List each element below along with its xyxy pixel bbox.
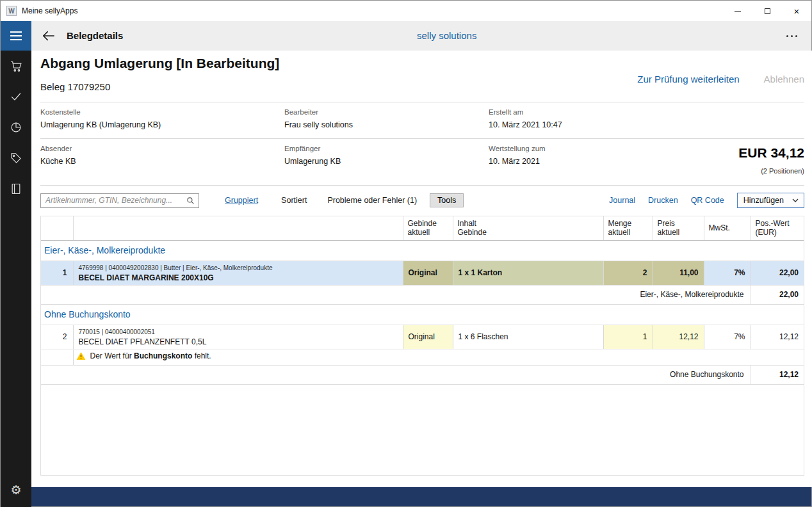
add-dropdown[interactable]: Hinzufügen [737,193,804,208]
warning-prefix: Der Wert für [90,351,134,360]
total-amount: EUR 34,12 [738,145,804,161]
warning-field: Buchungskonto [134,351,192,360]
maximize-icon [765,8,770,14]
info-row-2: Absender Küche KB Empfänger Umlagerung K… [40,145,804,166]
cell-mwst: 7% [704,325,751,349]
col-gebinde: Gebinde aktuell [403,216,453,240]
maximize-button[interactable] [752,1,782,21]
document-number: Beleg 17079250 [40,81,110,92]
article-name: BECEL DIAET MARGARINE 200X10G [79,273,398,282]
field-absender: Absender Küche KB [40,145,284,166]
subtotal-value: 22,00 [751,285,804,304]
col-pos-wert: Pos.-Wert (EUR) [751,216,804,240]
divider [40,138,804,139]
field-empfaenger: Empfänger Umlagerung KB [284,145,489,166]
cell-gebinde[interactable]: Original [403,325,453,349]
col-inhalt: Inhalt Gebinde [453,216,603,240]
settings-button[interactable]: ⚙ [1,474,31,505]
forward-for-review-button[interactable]: Zur Prüfung weiterleiten [637,74,739,84]
cart-icon [10,60,23,73]
table-row[interactable]: 1 4769998 | 04000492002830 | Butter | Ei… [41,261,804,285]
qr-code-link[interactable]: QR Code [691,196,724,205]
cell-menge[interactable]: 2 [603,261,653,285]
group-subtotal-row: Eier-, Käse-, Molkereiprodukte 22,00 [41,285,804,304]
sorted-toggle[interactable]: Sortiert [281,196,307,205]
search-input[interactable] [45,196,186,205]
book-icon [10,182,22,195]
field-value: Umlagerung KB (Umlagerung KB) [40,120,284,129]
problems-filter[interactable]: Probleme oder Fehler (1) [327,196,417,205]
cell-preis[interactable]: 12,12 [653,325,704,349]
tools-button[interactable]: Tools [430,193,464,207]
warning-message: Der Wert für Buchungskonto fehlt. [74,351,804,360]
ellipsis-icon [786,35,788,37]
grouped-toggle[interactable]: Gruppiert [225,196,258,205]
close-icon: × [794,6,800,16]
sidebar-item-reports[interactable] [1,112,31,143]
hamburger-icon [10,31,22,33]
col-article [73,216,403,240]
row-pos: 2 [41,325,73,349]
sidebar-item-approvals[interactable] [1,81,31,112]
add-label: Hinzufügen [743,196,784,205]
col-preis: Preis aktuell [653,216,704,240]
cell-mwst: 7% [704,261,751,285]
field-label: Empfänger [284,145,489,152]
cell-gebinde[interactable]: Original [403,261,453,285]
field-bearbeiter: Bearbeiter Frau selly solutions [284,108,489,129]
minimize-button[interactable] [723,1,752,21]
warning-suffix: fehlt. [192,351,211,360]
positions-table-container: Gebinde aktuell Inhalt Gebinde Menge akt… [40,216,804,476]
info-row-1: Kostenstelle Umlagerung KB (Umlagerung K… [40,108,804,129]
sidebar-item-prices[interactable] [1,143,31,173]
app-bar: Belegdetails selly solutions [1,21,811,51]
window-controls: × [723,1,811,21]
search-icon[interactable] [186,197,195,205]
field-label: Bearbeiter [284,108,489,116]
field-value: 10. März 2021 10:47 [489,120,804,129]
cell-inhalt[interactable]: 1 x 1 Karton [453,261,603,285]
field-value: Küche KB [40,157,284,166]
divider [40,185,804,186]
group-name: Eier-, Käse-, Molkereiprodukte [41,240,804,261]
cell-menge[interactable]: 1 [603,325,653,349]
positions-count: (2 Positionen) [761,167,804,175]
divider [40,102,804,102]
article-meta: 770015 | 04000400002051 [79,328,398,336]
group-header: Eier-, Käse-, Molkereiprodukte [41,240,804,261]
row-pos: 1 [41,261,73,285]
sidebar-item-journal[interactable] [1,173,31,204]
back-arrow-icon [42,29,56,42]
gear-icon: ⚙ [10,483,21,497]
col-pos [41,216,73,240]
table-header-row: Gebinde aktuell Inhalt Gebinde Menge akt… [41,216,804,240]
close-button[interactable]: × [782,1,811,21]
sidebar-item-cart[interactable] [1,51,31,81]
title-bar: W Meine sellyApps × [1,1,811,21]
positions-table: Gebinde aktuell Inhalt Gebinde Menge akt… [41,216,804,385]
more-button[interactable] [781,21,802,51]
field-value: Frau selly solutions [284,120,489,129]
sidebar: ⚙ [1,51,31,507]
reject-button[interactable]: Ablehnen [764,74,804,84]
brand-text: selly solutions [417,30,476,41]
field-label: Kostenstelle [40,108,284,116]
document-title: Abgang Umlagerung [In Bearbeitung] [40,56,279,71]
print-link[interactable]: Drucken [648,196,678,205]
article-meta: 4769998 | 04000492002830 | Butter | Eier… [79,264,398,272]
table-row[interactable]: 2 770015 | 04000400002051 BECEL DIAET PF… [41,325,804,349]
subtotal-label: Ohne Buchungskonto [41,365,751,384]
cell-inhalt[interactable]: 1 x 6 Flaschen [453,325,603,349]
app-window: W Meine sellyApps × Belegdetails selly s… [0,0,812,507]
cell-wert: 22,00 [751,261,804,285]
col-menge: Menge aktuell [603,216,653,240]
checkmark-icon [10,90,22,103]
row-article: 770015 | 04000400002051 BECEL DIAET PFLA… [73,325,403,349]
subtotal-value: 12,12 [751,365,804,384]
journal-link[interactable]: Journal [609,196,635,205]
cell-preis[interactable]: 11,00 [653,261,704,285]
back-button[interactable] [40,28,57,44]
page-title: Belegdetails [67,30,123,41]
tag-icon [10,152,22,165]
menu-button[interactable] [1,21,31,51]
